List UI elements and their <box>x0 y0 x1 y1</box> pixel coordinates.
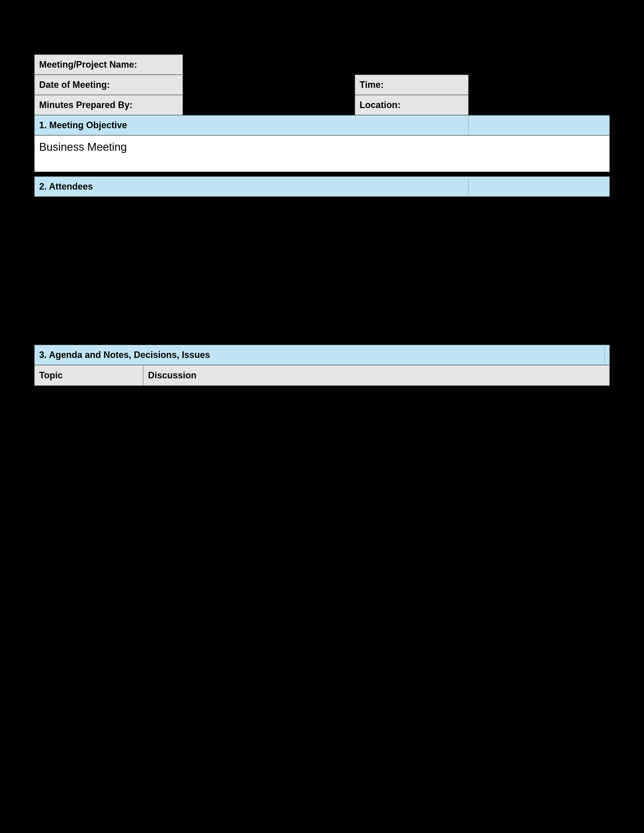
time-label: Time: <box>355 75 469 95</box>
location-label: Location: <box>355 95 469 115</box>
date-value[interactable] <box>183 75 355 95</box>
section-2-title: 2. Attendees <box>34 177 469 197</box>
agenda-col-discussion: Discussion <box>143 365 609 386</box>
section-1-accent <box>469 115 610 135</box>
agenda-col-topic: Topic <box>35 365 143 386</box>
date-label: Date of Meeting: <box>34 75 183 95</box>
section-3-accent <box>605 345 610 365</box>
gap-row <box>34 172 610 177</box>
section-3-title: 3. Agenda and Notes, Decisions, Issues <box>34 345 605 365</box>
time-value[interactable] <box>469 75 610 95</box>
meeting-metadata-table: Meeting/Project Name: Date of Meeting: T… <box>34 54 610 197</box>
meeting-name-value[interactable] <box>183 55 355 75</box>
section-1-title: 1. Meeting Objective <box>34 115 469 135</box>
agenda-table: 3. Agenda and Notes, Decisions, Issues T… <box>34 344 610 386</box>
empty-cell <box>469 55 610 75</box>
document-page: Meeting/Project Name: Date of Meeting: T… <box>0 0 644 833</box>
minutes-by-value[interactable] <box>183 95 355 115</box>
section-2-accent <box>469 177 610 197</box>
meeting-name-label: Meeting/Project Name: <box>34 55 183 75</box>
meeting-objective-value[interactable]: Business Meeting <box>34 135 610 172</box>
empty-cell <box>355 55 469 75</box>
minutes-by-label: Minutes Prepared By: <box>34 95 183 115</box>
location-value[interactable] <box>469 95 610 115</box>
agenda-columns-row: Topic Discussion <box>35 365 609 386</box>
